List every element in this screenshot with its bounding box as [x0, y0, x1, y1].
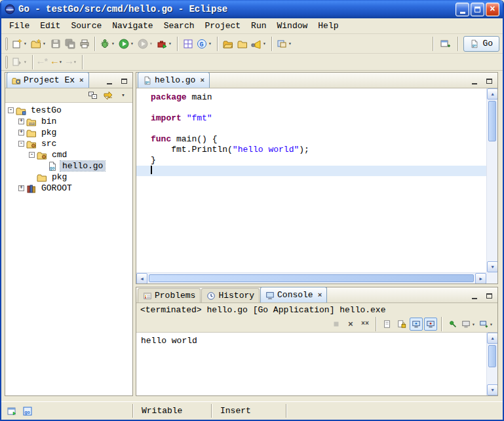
minimize-button[interactable]: [456, 3, 469, 16]
editor-horizontal-scrollbar[interactable]: ◀ ▶: [136, 272, 486, 284]
external-tools-button[interactable]: ▾: [155, 36, 174, 52]
close-tab-icon[interactable]: ×: [79, 77, 84, 84]
export-button[interactable]: [235, 36, 250, 52]
display-selected-console-button[interactable]: ▾: [461, 318, 477, 331]
dropdown-icon[interactable]: ▾: [110, 41, 116, 46]
minimize-view-button[interactable]: [104, 76, 115, 86]
tree-row[interactable]: + GOROOT: [5, 183, 132, 194]
go-button[interactable]: G ▾: [195, 36, 214, 52]
open-perspective-button[interactable]: [438, 36, 453, 52]
menu-file[interactable]: File: [4, 19, 35, 33]
dropdown-icon[interactable]: ▾: [287, 41, 293, 46]
minimize-view-button[interactable]: [469, 76, 480, 86]
save-all-button[interactable]: [63, 36, 77, 52]
search-button[interactable]: ▾: [250, 36, 269, 52]
dropdown-icon[interactable]: ▾: [129, 41, 135, 46]
link-with-editor-button[interactable]: [102, 90, 115, 101]
expander-icon[interactable]: -: [8, 107, 14, 113]
new-go-element-button[interactable]: ▾: [29, 36, 48, 52]
scroll-left-button[interactable]: ◀: [136, 273, 147, 284]
team-button[interactable]: ▾: [275, 36, 294, 52]
next-annotation-button[interactable]: ▾: [10, 54, 29, 70]
titlebar[interactable]: Go - testGo/src/cmd/hello.go - Eclipse ×: [1, 0, 503, 18]
dropdown-icon[interactable]: ▾: [22, 59, 28, 65]
tree-row[interactable]: pkg: [5, 172, 132, 183]
scroll-down-button[interactable]: ▼: [487, 384, 497, 395]
pin-console-button[interactable]: [446, 318, 459, 331]
scroll-up-button[interactable]: ▲: [487, 88, 497, 100]
close-tab-icon[interactable]: ×: [318, 291, 322, 299]
menu-source[interactable]: Source: [66, 19, 107, 33]
run-button[interactable]: ▾: [117, 36, 136, 52]
debug-button[interactable]: ▾: [98, 36, 117, 52]
show-on-stdout-button[interactable]: [410, 318, 423, 331]
menu-window[interactable]: Window: [272, 19, 313, 33]
dropdown-icon[interactable]: ▾: [471, 321, 476, 327]
print-button[interactable]: [77, 36, 92, 52]
console-output[interactable]: hello world: [136, 333, 497, 350]
tree-row[interactable]: + 010 bin: [5, 116, 132, 127]
console-vertical-scrollbar[interactable]: ▲ ▼: [486, 333, 497, 395]
dropdown-icon[interactable]: ▾: [58, 59, 64, 65]
maximize-view-button[interactable]: [483, 76, 495, 86]
run-last-tool-button[interactable]: ▾: [136, 36, 155, 52]
menu-navigate[interactable]: Navigate: [107, 19, 158, 33]
tab-hello-go[interactable]: go hello.go ×: [138, 72, 210, 88]
save-button[interactable]: [48, 36, 63, 52]
new-go-project-button[interactable]: [181, 36, 195, 52]
menu-help[interactable]: Help: [313, 19, 343, 33]
close-button[interactable]: ×: [486, 3, 499, 16]
tab-problems[interactable]: Problems: [138, 288, 201, 302]
remove-launch-button[interactable]: ×: [344, 318, 357, 331]
maximize-view-button[interactable]: [483, 291, 495, 301]
scroll-lock-button[interactable]: [395, 318, 408, 331]
collapse-all-button[interactable]: --: [87, 90, 100, 101]
scrollbar-thumb[interactable]: [149, 274, 474, 282]
tree-row-selected[interactable]: go hello.go: [5, 160, 132, 172]
maximize-view-button[interactable]: [118, 76, 130, 86]
go-status-icon[interactable]: go: [22, 406, 33, 416]
dropdown-icon[interactable]: ▾: [262, 41, 267, 46]
dropdown-icon[interactable]: ▾: [72, 59, 78, 65]
forward-button[interactable]: → ▾: [65, 54, 79, 70]
menu-project[interactable]: Project: [199, 19, 246, 33]
dropdown-icon[interactable]: ▾: [148, 41, 154, 46]
dropdown-icon[interactable]: ▾: [167, 41, 173, 46]
toolbar-grip[interactable]: [5, 56, 8, 69]
clear-console-button[interactable]: [381, 318, 394, 331]
terminate-button[interactable]: [330, 318, 343, 331]
code-area[interactable]: package main import "fmt" func main() { …: [136, 88, 486, 272]
tree-row[interactable]: - src: [5, 138, 132, 149]
expander-icon[interactable]: +: [18, 119, 24, 124]
tree-row[interactable]: + pkg: [5, 127, 132, 138]
expander-icon[interactable]: +: [18, 185, 24, 191]
minimize-view-button[interactable]: [469, 291, 480, 301]
expander-icon[interactable]: -: [18, 141, 24, 147]
dropdown-icon[interactable]: ▾: [207, 41, 213, 46]
scroll-right-button[interactable]: ▶: [475, 273, 486, 284]
scrollbar-thumb[interactable]: [488, 345, 496, 367]
remove-all-launches-button[interactable]: ××: [359, 318, 372, 331]
tree-row[interactable]: - testGo: [5, 105, 132, 116]
menu-edit[interactable]: Edit: [35, 19, 66, 33]
view-menu-button[interactable]: ▾: [117, 90, 130, 101]
show-on-stderr-button[interactable]: [424, 318, 437, 331]
scrollbar-thumb[interactable]: [488, 101, 496, 141]
tab-project-explorer[interactable]: Project Ex ×: [7, 72, 89, 88]
menu-search[interactable]: Search: [159, 19, 200, 33]
scroll-down-button[interactable]: ▼: [487, 261, 497, 272]
go-perspective-button[interactable]: go Go: [463, 36, 499, 52]
dropdown-icon[interactable]: ▾: [488, 321, 494, 327]
dropdown-icon[interactable]: ▾: [22, 41, 28, 46]
open-console-button[interactable]: ▾: [478, 318, 495, 331]
last-edit-location-button[interactable]: ←*: [36, 54, 50, 70]
maximize-button[interactable]: [471, 3, 484, 16]
back-button[interactable]: ← ▾: [50, 54, 65, 70]
editor-vertical-scrollbar[interactable]: ▲ ▼: [486, 88, 497, 272]
tree-row[interactable]: - cmd: [5, 149, 132, 160]
close-tab-icon[interactable]: ×: [200, 77, 204, 84]
dropdown-icon[interactable]: ▾: [41, 41, 47, 46]
expander-icon[interactable]: +: [18, 130, 24, 136]
fast-view-icon[interactable]: [7, 406, 17, 416]
new-wizard-button[interactable]: ▾: [10, 36, 29, 52]
